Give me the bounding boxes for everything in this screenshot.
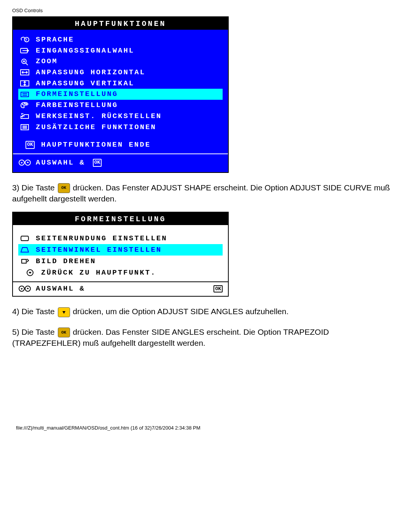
ok-icon: OK: [24, 141, 37, 149]
step-5-text: 5) Die Taste OK drücken. Das Fenster SID…: [12, 326, 399, 349]
menu-label: ANPASSUNG HORIZONTAL: [36, 68, 145, 77]
trapezoid-icon: [18, 246, 31, 254]
menu-item-exit[interactable]: OK HAUPTFUNKTIONEN ENDE: [18, 139, 223, 150]
down-up-icon: [18, 159, 31, 166]
zoom-icon: [18, 58, 31, 66]
menu-item-back[interactable]: ZÜRÜCK ZU HAUPTFUNKT.: [18, 267, 223, 278]
footer-label: AUSWAHL &: [36, 158, 85, 168]
menu-label: FORMEINSTELLUNG: [36, 89, 118, 99]
palette-icon: [18, 101, 31, 109]
menu-label: SEITENRUNDUNG EINSTELLEN: [36, 234, 167, 243]
footer-path: file:///Z|/multi_manual/GERMAN/OSD/osd_c…: [12, 425, 399, 431]
svg-point-10: [22, 104, 23, 105]
menu-label: BILD DREHEN: [36, 257, 96, 265]
menu-item-zoom[interactable]: ZOOM: [18, 56, 223, 67]
menu-label: ANPASSUNG VERTIKAL: [36, 79, 134, 88]
barrel-icon: [18, 235, 31, 242]
menu-item-side-angles[interactable]: SEITENWINKEL EINSTELLEN: [18, 244, 223, 256]
rotate-icon: [18, 257, 31, 265]
ok-button-icon: OK: [58, 328, 70, 337]
horizontal-icon: [18, 69, 31, 76]
osd1-footer: AUSWAHL & OK: [18, 157, 223, 168]
ok-icon: OK: [93, 159, 102, 167]
menu-item-horizontal[interactable]: ANPASSUNG HORIZONTAL: [18, 67, 223, 78]
menu-item-extra[interactable]: ZUSÄTZLICHE FUNKTIONEN: [18, 122, 223, 133]
menu-item-vertical[interactable]: ANPASSUNG VERTIKAL: [18, 78, 223, 89]
step-3-text: 3) Die Taste OK drücken. Das Fenster ADJ…: [12, 182, 399, 204]
shape-icon: [18, 91, 31, 98]
menu-label: SPRACHE: [36, 35, 74, 45]
menu-label: SEITENWINKEL EINSTELLEN: [36, 246, 162, 254]
menu-item-input-signal[interactable]: EINGANGSSIGNALWAHL: [18, 45, 223, 56]
svg-point-11: [24, 103, 25, 104]
svg-point-12: [26, 104, 27, 104]
svg-line-4: [25, 63, 28, 65]
osd2-footer: AUSWAHL & OK: [13, 281, 228, 296]
menu-label: WERKSEINST. RÜCKSTELLEN: [36, 112, 162, 121]
menu-item-shape[interactable]: FORMEINSTELLUNG: [18, 89, 223, 100]
ok-button-icon: OK: [58, 183, 70, 193]
down-icon: [24, 269, 37, 276]
menu-label: ZÜRÜCK ZU HAUPTFUNKT.: [41, 268, 156, 277]
osd2-title: FORMEINSTELLUNG: [13, 212, 228, 225]
factory-icon: [18, 112, 31, 120]
menu-label: ZUSÄTZLICHE FUNKTIONEN: [36, 123, 156, 132]
down-button-icon: [58, 307, 70, 317]
osd-main-controls: HAUPTFUNKTIONEN ? SPRACHE EINGANGSSIGNAL…: [12, 16, 229, 173]
list-icon: [18, 123, 31, 131]
vertical-icon: [18, 80, 31, 87]
menu-label: FARBEINSTELLUNG: [36, 101, 118, 110]
language-icon: ?: [18, 36, 31, 43]
page-header: OSD Controls: [12, 8, 399, 13]
menu-item-factory-reset[interactable]: WERKSEINST. RÜCKSTELLEN: [18, 111, 223, 122]
menu-item-color[interactable]: FARBEINSTELLUNG: [18, 100, 223, 111]
osd1-title: HAUPTFUNKTIONEN: [13, 17, 228, 30]
ok-icon: OK: [213, 285, 223, 292]
menu-label: ZOOM: [36, 57, 58, 66]
menu-label: EINGANGSSIGNALWAHL: [36, 46, 134, 56]
footer-label: AUSWAHL &: [36, 284, 85, 293]
osd-shape-adjust: FORMEINSTELLUNG SEITENRUNDUNG EINSTELLEN…: [12, 212, 229, 297]
svg-rect-9: [21, 92, 29, 97]
input-signal-icon: [18, 47, 31, 54]
step-4-text: 4) Die Taste drücken, um die Option ADJU…: [12, 306, 399, 317]
svg-rect-19: [22, 259, 26, 263]
menu-label: HAUPTFUNKTIONEN ENDE: [41, 140, 151, 150]
svg-text:?: ?: [25, 38, 28, 42]
menu-item-rotation[interactable]: BILD DREHEN: [18, 256, 223, 267]
menu-item-language[interactable]: ? SPRACHE: [18, 34, 223, 45]
menu-item-side-curve[interactable]: SEITENRUNDUNG EINSTELLEN: [18, 233, 223, 244]
down-up-icon: [18, 285, 31, 292]
